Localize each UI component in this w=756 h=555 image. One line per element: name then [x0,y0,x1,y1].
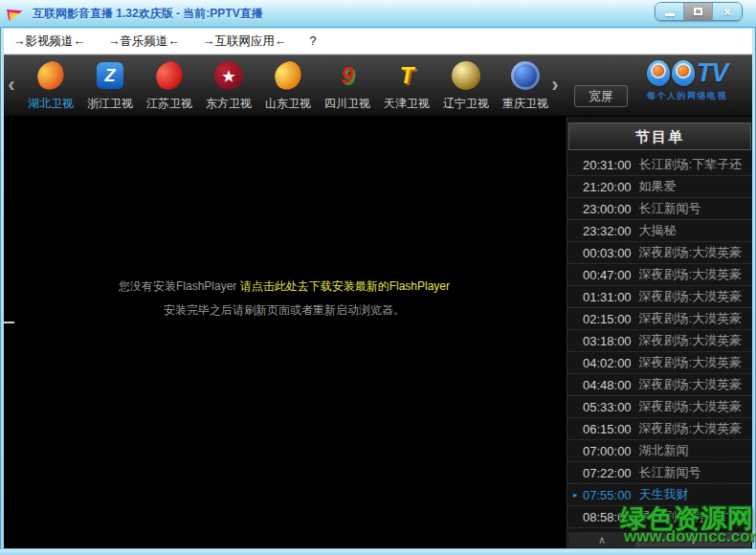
program-title: 深夜剧场:大漠英豪 [639,244,743,261]
playlist-row[interactable]: ▸00:03:00深夜剧场:大漠英豪 [567,242,752,264]
program-time: 06:15:00 [583,422,632,436]
playlist-row[interactable]: ▸06:15:00深夜剧场:大漠英豪 [567,418,752,440]
channels-scroll-left-icon[interactable]: ‹ [4,73,19,100]
channel-logo-icon: Z [97,62,123,89]
pptv-tagline: 每个人的网络电视 [634,90,741,102]
app-window: 互联网影音直播 1.32欢庆版 - 当前:PPTV直播 × →影视频道←→音乐频… [0,0,756,555]
app-icon [8,6,27,21]
program-time: 05:33:00 [583,400,632,414]
channel-label: 辽宁卫视 [443,96,489,112]
program-time: 00:03:00 [583,246,632,260]
channel-logo-icon [152,58,186,92]
playlist-row[interactable]: ▸21:20:00如果爱 [567,176,752,198]
channel-item-6[interactable]: T天津卫视 [377,57,436,115]
playlist-header: 节目单 [568,122,751,150]
channel-item-0[interactable]: 湖北卫视 [21,57,80,115]
program-time: 01:31:00 [583,290,632,304]
channel-item-1[interactable]: Z浙江卫视 [80,57,140,115]
close-icon: × [723,6,731,18]
program-title: 深夜剧场:大漠英豪 [639,266,743,283]
channel-logo-glyph: ★ [222,69,234,83]
program-title: 湖北新闻 [639,442,689,459]
flash-missing-text: 您没有安装FlashPlayer [119,279,240,293]
minimize-button[interactable] [656,3,684,20]
playlist-items: ▸20:31:00长江剧场:下辈子还▸21:20:00如果爱▸23:00:00长… [567,154,752,528]
channel-item-2[interactable]: 江苏卫视 [140,57,199,115]
playlist-row[interactable]: ▸04:02:00深夜剧场:大漠英豪 [567,352,752,374]
channel-label: 天津卫视 [384,96,430,112]
playlist-row[interactable]: ▸20:31:00长江剧场:下辈子还 [567,154,752,176]
channel-item-3[interactable]: ★东方卫视 [199,57,258,115]
channel-logo-icon: ★ [214,61,243,90]
program-title: 深夜剧场:大漠英豪 [639,332,743,349]
program-title: 长江新闻号 [639,464,701,481]
playlist-row[interactable]: ▸01:31:00深夜剧场:大漠英豪 [567,286,752,308]
menu-bar: →影视频道←→音乐频道←→互联网应用←? [4,29,752,55]
menu-item-1[interactable]: →音乐频道← [108,33,180,50]
window-bottom-border [0,548,756,555]
program-time: 07:55:00 [583,488,632,502]
menu-item-3[interactable]: ? [310,34,317,48]
playlist-row[interactable]: ▸07:22:00长江新闻号 [567,462,752,484]
program-time: 21:20:00 [583,180,632,194]
program-time: 04:48:00 [583,378,632,392]
playlist-row[interactable]: ▸07:00:00湖北新闻 [567,440,752,462]
channel-logo-icon [33,58,67,92]
flash-download-link[interactable]: 请点击此处去下载安装最新的FlashPlayer [240,279,450,293]
menu-item-0[interactable]: →影视频道← [13,33,85,50]
program-title: 深夜剧场:大漠英豪 [639,398,743,415]
program-time: 00:47:00 [583,268,632,282]
channel-label: 重庆卫视 [502,96,548,112]
channel-bar: ‹ 湖北卫视Z浙江卫视江苏卫视★东方卫视山东卫视9四川卫视T天津卫视辽宁卫视重庆… [4,55,752,117]
channel-item-8[interactable]: 重庆卫视 [496,57,555,115]
program-title: 长江新闻号 [639,200,701,217]
flash-restart-text: 安装完毕之后请刷新页面或者重新启动浏览器。 [4,299,565,322]
program-title: 大揭秘 [639,222,677,239]
program-title: 长江剧场:下辈子还 [639,156,743,173]
channel-logo-icon: 9 [341,64,353,87]
pptv-logo: TV 每个人的网络电视 [634,60,741,114]
program-title: 深夜剧场:大漠英豪 [639,376,743,393]
program-time: 02:15:00 [583,312,632,326]
playlist-row[interactable]: ▸05:33:00深夜剧场:大漠英豪 [567,396,752,418]
playlist-row[interactable]: ▸03:18:00深夜剧场:大漠英豪 [567,330,752,352]
program-time: 07:22:00 [583,466,632,480]
playlist-row[interactable]: ▸00:47:00深夜剧场:大漠英豪 [567,264,752,286]
channel-logo-glyph: Z [105,67,116,84]
maximize-icon [694,8,702,15]
channel-logo-icon [511,61,540,90]
titlebar: 互联网影音直播 1.32欢庆版 - 当前:PPTV直播 × [0,0,756,28]
program-time: 23:32:00 [583,224,632,238]
program-title: 深夜剧场:大漠英豪 [639,310,743,327]
close-button[interactable]: × [713,3,742,20]
channel-logo-icon [271,58,304,92]
program-title: 深夜剧场:大漠英豪 [639,288,743,305]
channel-logo-glyph: 9 [341,64,353,87]
playlist-row[interactable]: ▸04:48:00深夜剧场:大漠英豪 [567,374,752,396]
widescreen-button[interactable]: 宽屏 [574,85,628,107]
channel-logo-icon: T [400,64,414,87]
pptv-p-icon [647,60,670,86]
main-area: 您没有安装FlashPlayer 请点击此处去下载安装最新的FlashPlaye… [4,117,752,548]
playlist-row[interactable]: ▸23:32:00大揭秘 [567,220,752,242]
playlist-row[interactable]: ▸02:15:00深夜剧场:大漠英豪 [567,308,752,330]
channel-item-7[interactable]: 辽宁卫视 [436,57,496,115]
playlist-panel: 节目单 ▸20:31:00长江剧场:下辈子还▸21:20:00如果爱▸23:00… [567,117,752,548]
program-title: 深夜剧场:大漠英豪 [639,420,743,437]
playlist-row[interactable]: ▸23:00:00长江新闻号 [567,198,752,220]
maximize-button[interactable] [684,3,713,20]
channel-item-5[interactable]: 9四川卫视 [318,57,377,115]
current-program-icon: ▸ [573,490,583,500]
menu-item-2[interactable]: →互联网应用← [203,33,287,50]
channel-label: 江苏卫视 [146,96,192,112]
program-time: 03:18:00 [583,334,632,348]
window-controls: × [655,2,743,21]
channel-item-4[interactable]: 山东卫视 [258,57,318,115]
program-time: 20:31:00 [583,158,632,172]
channel-logo-glyph: T [400,64,414,87]
program-time: 23:00:00 [583,202,632,216]
channels-scroll-right-icon[interactable]: › [547,73,563,100]
channel-label: 浙江卫视 [87,96,133,112]
channel-label: 山东卫视 [265,96,311,112]
channel-label: 湖北卫视 [28,96,74,112]
